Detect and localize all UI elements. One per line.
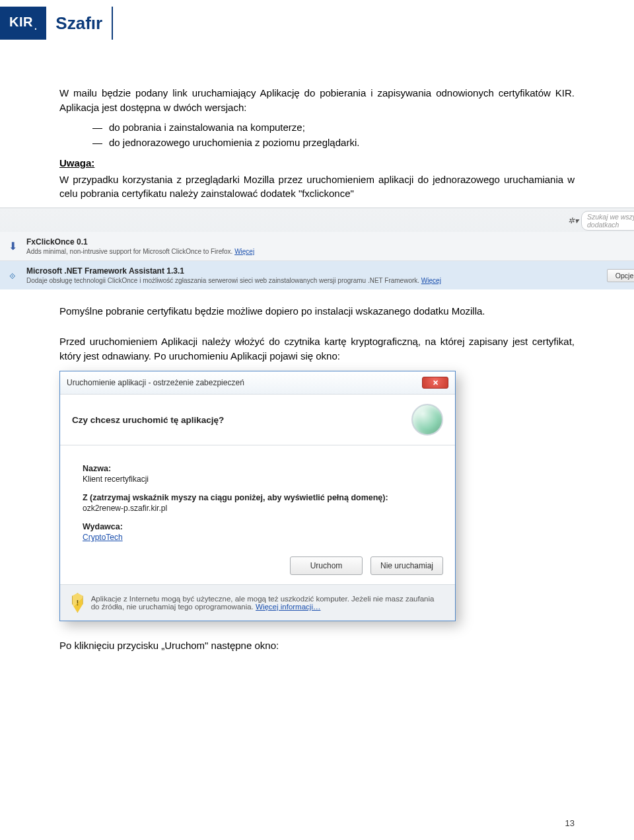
addon-description: Dodaje obsługę technologii ClickOnce i m… (26, 277, 419, 284)
addon-title: FxClickOnce 0.1 (26, 237, 634, 247)
dialog-titlebar: Uruchomienie aplikacji - ostrzeżenie zab… (60, 371, 455, 395)
szafir-logo: Szafır (55, 13, 102, 34)
dialog-title-text: Uruchomienie aplikacji - ostrzeżenie zab… (67, 378, 244, 387)
addon-row-fxclickonce[interactable]: ⬇ FxClickOnce 0.1 Adds minimal, non-intr… (0, 232, 634, 260)
puzzle-icon: ⟐ (5, 268, 20, 283)
addon-title: Microsoft .NET Framework Assistant 1.3.1 (26, 266, 600, 276)
close-button[interactable]: ✕ (422, 377, 448, 389)
addon-row-netframework[interactable]: ⟐ Microsoft .NET Framework Assistant 1.3… (0, 260, 634, 289)
run-button[interactable]: Uruchom (290, 556, 363, 575)
dont-run-button[interactable]: Nie uruchamiaj (370, 556, 443, 575)
logo-bar: KIR. Szafır (0, 0, 634, 40)
gear-icon[interactable]: ✲▾ (568, 216, 579, 225)
dialog-heading: Czy chcesz uruchomić tę aplikację? (72, 415, 224, 425)
from-value: ozk2renew-p.szafir.kir.pl (83, 504, 433, 513)
list-item: — do pobrania i zainstalowania na komput… (92, 122, 575, 133)
addon-options-button[interactable]: Opcje (607, 269, 634, 282)
page-number: 13 (565, 818, 575, 828)
paragraph-4: Po kliknięciu przycisku „Uruchom" następ… (59, 638, 575, 653)
dialog-header: Czy chcesz uruchomić tę aplikację? (60, 395, 455, 445)
logo-divider (112, 7, 113, 40)
security-dialog: Uruchomienie aplikacji - ostrzeżenie zab… (59, 371, 456, 621)
addons-toolbar: ✲▾ Szukaj we wszystkich dodatkach 🔍 (0, 208, 634, 232)
from-label: Z (zatrzymaj wskaźnik myszy na ciągu pon… (83, 493, 433, 502)
list-item-text: do pobrania i zainstalowania na komputer… (109, 122, 305, 133)
addon-more-link[interactable]: Więcej (234, 248, 254, 255)
paragraph-3: Przed uruchomieniem Aplikacji należy wło… (59, 334, 575, 363)
app-name-label: Nazwa: (83, 464, 433, 473)
kir-suffix: . (34, 21, 37, 32)
dash-bullet: — (92, 122, 102, 133)
dialog-body: Nazwa: Klient recertyfikacji Z (zatrzyma… (60, 445, 455, 549)
note-label: Uwaga: (59, 157, 575, 169)
dash-bullet: — (92, 137, 102, 148)
addon-more-link[interactable]: Więcej (421, 277, 441, 284)
globe-icon (411, 404, 443, 436)
paragraph-1: W mailu będzie podany link uruchamiający… (59, 86, 575, 115)
publisher-label: Wydawca: (83, 522, 433, 531)
app-name-value: Klient recertyfikacji (83, 475, 433, 484)
publisher-value[interactable]: CryptoTech (83, 533, 433, 542)
shield-icon: ! (72, 593, 83, 613)
kir-logo: KIR. (0, 7, 46, 40)
firefox-addons-panel: ✲▾ Szukaj we wszystkich dodatkach 🔍 bier… (0, 208, 634, 289)
footer-text: Aplikacje z Internetu mogą być użyteczne… (91, 595, 443, 611)
kir-text: KIR (9, 15, 33, 29)
download-icon: ⬇ (5, 239, 20, 254)
addons-search-input[interactable]: Szukaj we wszystkich dodatkach 🔍 (581, 211, 634, 231)
list-item-text: do jednorazowego uruchomienia z poziomu … (109, 137, 359, 148)
list-item: — do jednorazowego uruchomienia z poziom… (92, 137, 575, 148)
dialog-buttons: Uruchom Nie uruchamiaj (60, 549, 455, 584)
addon-description: Adds minimal, non-intrusive support for … (26, 248, 232, 255)
note-text: W przypadku korzystania z przeglądarki M… (59, 172, 575, 202)
more-info-link[interactable]: Więcej informacji… (256, 603, 320, 611)
version-list: — do pobrania i zainstalowania na komput… (59, 122, 575, 148)
dialog-footer: ! Aplikacje z Internetu mogą być użytecz… (60, 584, 455, 621)
search-placeholder: Szukaj we wszystkich dodatkach (587, 213, 634, 229)
paragraph-2: Pomyślne pobranie certyfikatu będzie moż… (59, 304, 575, 319)
